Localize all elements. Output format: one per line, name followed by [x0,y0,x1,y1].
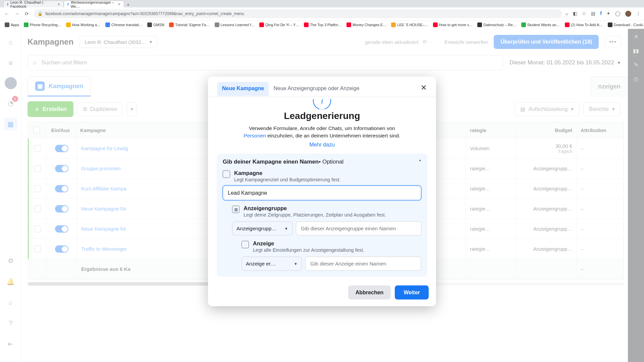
facebook-icon: f [67,2,69,6]
bookmark-item[interactable]: Money Changes E… [346,22,387,27]
bookmark-item[interactable]: Datenschutz – Re… [477,22,516,27]
desc-line: Verwende Formulare, Anrufe oder Chats, u… [249,125,395,131]
bookmark-item[interactable]: The Top 3 Platfor… [304,22,342,27]
favicon [391,22,396,27]
bookmark-label: Datenschutz – Re… [483,23,516,27]
section-subtitle: Legt deine Zielgruppe, Platzierungen, Ze… [244,212,386,217]
modal-tab-new-adset[interactable]: Neue Anzeigengruppe oder Anzeige [269,82,364,96]
url-text: facebook.com/adsmanager/manage/campaigns… [45,11,244,16]
menu-icon[interactable]: ⋮ [636,11,641,17]
bookmark-item[interactable]: How to get more v… [433,22,473,27]
bookmark-label: Money Changes E… [353,23,387,27]
browser-chrome: f Leon R. Chaudhari | Facebook × f Werbe… [0,0,644,20]
bookmark-label: (2) How To Add A… [571,23,603,27]
bookmark-label: Phone Recycling… [30,23,61,27]
info-icon: i [313,99,331,109]
favicon [147,22,152,27]
back-icon[interactable]: ← [3,11,10,16]
modal-tab-new-campaign[interactable]: Neue Kampagne [217,82,269,96]
section-title: Anzeigengruppe [244,205,386,211]
campaign-name-input[interactable] [223,185,421,200]
bookmark-item[interactable]: Qing Fei De Yi – Y… [259,22,299,27]
favicon [608,22,612,27]
adset-name-input[interactable] [296,221,421,235]
modal-description: Verwende Formulare, Anrufe oder Chats, u… [217,125,427,140]
extension-icon[interactable]: ◧ [573,11,577,17]
bookmark-label: Student Wants an… [527,23,560,27]
favicon [477,22,482,27]
square-icon [241,241,249,248]
bookmark-item[interactable]: Download - Cooki… [608,22,644,27]
bookmark-label: Chinese translati… [111,23,143,27]
new-tab-button[interactable]: + [124,2,132,7]
browser-tab[interactable]: f Werbeanzeigenmanager – We… × [64,1,124,7]
search-icon[interactable]: ⌕ [566,11,568,17]
bookmark-label: How Working a… [72,23,101,27]
close-icon[interactable]: × [58,2,60,7]
close-icon[interactable]: ✕ [417,81,430,94]
section-subtitle: Legt Kampagnenziel und Budgetoptimierung… [234,177,341,182]
ad-select[interactable]: Anzeige er… ▼ [241,256,302,270]
bookmark-label: Qing Fei De Yi – Y… [265,23,299,27]
bookmark-item[interactable]: GMSN [147,22,164,27]
address-bar[interactable]: 🔒 facebook.com/adsmanager/manage/campaig… [34,9,562,18]
chevron-down-icon: ▼ [294,261,298,265]
adset-section: ▦ Anzeigengruppe Legt deine Zielgruppe, … [223,205,421,235]
facebook-icon[interactable]: f [600,11,602,17]
modal-title: Leadgenerierung [217,111,427,121]
adset-select[interactable]: Anzeigengrupp… ▼ [232,221,292,235]
cancel-button[interactable]: Abbrechen [348,285,391,299]
section-title: Anzeige [253,240,364,246]
forward-icon[interactable]: → [13,11,20,16]
campaign-section: Kampagne Legt Kampagnenziel und Budgetop… [223,170,421,200]
bookmark-item[interactable]: Lessons Learned f… [215,22,255,27]
puzzle-icon[interactable]: ✦ [606,11,610,17]
chevron-up-icon: ˄ [419,159,421,164]
bookmarks-bar: AppsPhone Recycling…How Working a…Chines… [0,20,644,29]
star-icon[interactable]: ☆ [582,11,586,17]
close-icon[interactable]: × [118,2,120,7]
bookmark-item[interactable]: LEE 'S HOUSE–… [391,22,428,27]
panel-optional: • Optional [319,158,343,165]
next-button[interactable]: Weiter [395,285,429,299]
bookmark-item[interactable]: How Working a… [66,22,101,27]
favicon [215,22,219,27]
bookmark-item[interactable]: Chinese translati… [105,22,143,27]
browser-tab[interactable]: f Leon R. Chaudhari | Facebook × [3,1,64,7]
favicon [105,22,110,27]
bookmark-label: Download - Cooki… [614,23,644,27]
ad-section: Anzeige Legt alle Einstellungen zur Anze… [223,240,421,270]
favicon [346,22,351,27]
bookmark-label: Tutorial: Eigene Fa… [175,23,210,27]
bookmark-label: LEE 'S HOUSE–… [397,23,428,27]
folder-icon [223,170,230,178]
bookmark-item[interactable]: Student Wants an… [521,22,560,27]
learn-more-link[interactable]: Mehr dazu [217,141,427,147]
favicon [304,22,309,27]
panel-header[interactable]: Gib deiner Kampagne einen Namen • Option… [223,158,421,165]
favicon [24,22,29,27]
tab-title: Werbeanzeigenmanager – We… [71,0,116,8]
bookmark-label: Apps [11,23,19,27]
favicon [433,22,438,27]
section-title: Kampagne [234,170,341,176]
facebook-icon: f [7,2,8,6]
extension-icon[interactable]: ◯ [615,11,621,17]
favicon [66,22,71,27]
bookmark-label: How to get more v… [439,23,473,27]
naming-panel: Gib deiner Kampagne einen Namen • Option… [217,154,427,277]
desc-highlight: Personen [244,133,266,138]
favicon [5,22,9,27]
avatar-icon[interactable] [625,11,631,17]
bookmark-item[interactable]: (2) How To Add A… [565,22,603,27]
ad-name-input[interactable] [305,256,421,270]
bookmark-item[interactable]: Apps [5,22,19,27]
grid-icon: ▦ [232,205,239,213]
favicon [259,22,264,27]
reload-icon[interactable]: ⟳ [23,11,30,16]
desc-line: einzuholen, die an deinem Unternehmen in… [266,133,400,138]
bookmark-item[interactable]: Phone Recycling… [24,22,61,27]
extension-icon[interactable]: ▤ [591,11,595,17]
tab-title: Leon R. Chaudhari | Facebook [10,0,56,8]
bookmark-item[interactable]: Tutorial: Eigene Fa… [169,22,210,27]
